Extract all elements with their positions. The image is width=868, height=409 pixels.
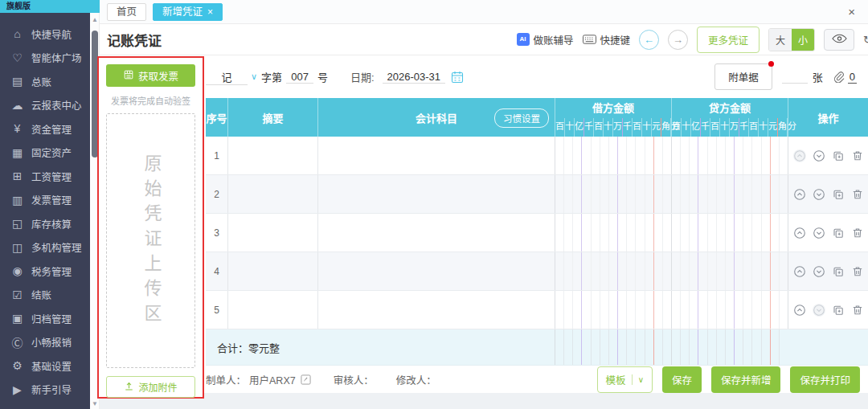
sidebar-item-org[interactable]: ◫多机构管理	[0, 236, 90, 259]
attachment-count[interactable]: 0	[848, 71, 857, 84]
credit-amount-cell[interactable]	[671, 137, 788, 174]
sidebar-item-funds[interactable]: ¥资金管理	[0, 117, 90, 140]
move-down-icon[interactable]	[813, 149, 825, 162]
insert-copy-icon[interactable]	[832, 149, 845, 162]
debit-amount-cell[interactable]	[555, 291, 671, 329]
move-up-icon[interactable]	[793, 265, 806, 278]
digit-cell	[591, 214, 600, 252]
digit-cell	[600, 329, 608, 365]
paperclip-icon[interactable]	[833, 71, 845, 83]
debit-amount-cell[interactable]	[555, 252, 671, 290]
sidebar-item-reimburse[interactable]: Ⓒ小畅报销	[0, 331, 90, 354]
voucher-type-dropdown-icon[interactable]: ∨	[251, 72, 257, 82]
title-bar: 记账凭证 AI 做账辅导 快捷键 ← → 更多凭证	[100, 24, 868, 55]
summary-cell[interactable]	[227, 175, 317, 213]
credit-amount-cell[interactable]	[671, 175, 788, 213]
move-up-icon[interactable]	[793, 149, 806, 162]
debit-amount-cell[interactable]	[555, 214, 671, 252]
account-cell[interactable]	[317, 214, 555, 252]
save-and-new-button[interactable]: 保存并新增	[711, 366, 781, 393]
digit-cell	[761, 329, 770, 365]
calendar-icon[interactable]	[451, 71, 464, 84]
eye-button[interactable]	[824, 29, 854, 51]
summary-cell[interactable]	[227, 214, 317, 252]
voucher-type-input[interactable]: 记	[206, 69, 248, 85]
back-button[interactable]: ←	[639, 30, 659, 50]
credit-amount-cell[interactable]	[671, 252, 788, 290]
move-up-icon[interactable]	[793, 227, 806, 239]
save-button[interactable]: 保存	[662, 366, 702, 393]
sidebar-item-cloud-report[interactable]: ☁云报表中心	[0, 94, 90, 117]
delete-row-icon[interactable]	[851, 265, 864, 278]
sidebar-item-fixed-assets[interactable]: ▦固定资产	[0, 141, 90, 164]
move-up-icon[interactable]	[793, 188, 806, 201]
sidebar-item-closing[interactable]: ☑结账	[0, 284, 90, 306]
template-dropdown-icon[interactable]: ∨	[638, 375, 644, 384]
account-cell[interactable]	[317, 252, 555, 290]
voucher-number-input[interactable]: 007	[286, 71, 313, 84]
insert-copy-icon[interactable]	[832, 265, 845, 278]
close-icon[interactable]: ×	[848, 5, 855, 18]
move-down-icon[interactable]	[813, 227, 825, 239]
delete-row-icon[interactable]	[851, 227, 864, 239]
tab-new-voucher[interactable]: 新增凭证 ×	[153, 3, 223, 21]
sidebar-item-home[interactable]: ⌂快捷导航	[0, 22, 90, 45]
summary-cell[interactable]	[227, 291, 317, 329]
digit-cell	[761, 175, 770, 213]
ai-coach-button[interactable]: AI 做账辅导	[517, 32, 574, 47]
account-cell[interactable]	[317, 175, 555, 213]
sidebar-item-ledger[interactable]: ▤总账	[0, 70, 90, 92]
refresh-button[interactable]: ↻ 刷新	[863, 32, 868, 47]
account-cell[interactable]	[317, 291, 555, 329]
sidebar-item-archive[interactable]: ▣归档管理	[0, 307, 90, 329]
upload-dropzone[interactable]: 原始凭证上传区	[106, 113, 195, 368]
move-down-icon[interactable]	[813, 188, 825, 201]
delete-row-icon[interactable]	[851, 304, 864, 317]
upload-icon	[124, 381, 134, 394]
move-up-icon[interactable]	[793, 304, 806, 317]
get-invoice-button[interactable]: 获取发票	[106, 64, 195, 87]
sidebar-item-tax[interactable]: ◉税务管理	[0, 260, 90, 282]
scroll-down-icon[interactable]: ▼	[90, 400, 100, 407]
sidebar-item-invoice[interactable]: ▥发票管理	[0, 189, 90, 211]
habit-settings-button[interactable]: 习惯设置	[494, 108, 549, 128]
sheet-count-input[interactable]	[782, 71, 808, 84]
move-down-icon[interactable]	[813, 265, 825, 278]
sidebar-item-inventory[interactable]: ◱库存核算	[0, 212, 90, 235]
debit-amount-cell[interactable]	[555, 137, 671, 174]
sidebar-item-payroll[interactable]: ⊞工资管理	[0, 165, 90, 187]
summary-cell[interactable]	[227, 137, 317, 174]
insert-copy-icon[interactable]	[832, 304, 845, 317]
date-input[interactable]: 2026-03-31	[383, 71, 445, 84]
credit-amount-cell[interactable]	[671, 214, 788, 252]
edit-pencil-icon[interactable]	[301, 374, 311, 385]
forward-button[interactable]: →	[668, 30, 688, 50]
hao-label: 号	[317, 69, 328, 84]
credit-amount-cell[interactable]	[671, 291, 788, 329]
scroll-up-icon[interactable]: ▲	[90, 16, 100, 23]
tax-icon: ◉	[10, 264, 24, 277]
original-voucher-panel: 获取发票 发票将完成自动验签 原始凭证上传区 添加附件	[97, 56, 204, 399]
tab-close-icon[interactable]: ×	[207, 4, 213, 20]
add-attachment-button[interactable]: 添加附件	[106, 376, 195, 398]
font-size-large-button[interactable]: 大	[769, 29, 792, 51]
insert-copy-icon[interactable]	[832, 227, 845, 239]
insert-copy-icon[interactable]	[832, 188, 845, 201]
save-and-print-button[interactable]: 保存并打印	[790, 366, 860, 393]
sidebar-item-settings[interactable]: ⚙基础设置	[0, 354, 90, 377]
summary-cell[interactable]	[227, 252, 317, 290]
hotkeys-button[interactable]: 快捷键	[583, 32, 631, 47]
account-cell[interactable]	[317, 137, 555, 174]
sidebar-item-guide[interactable]: ▶新手引导	[0, 378, 90, 401]
template-button[interactable]: 模板 ∨	[597, 366, 653, 393]
tab-home[interactable]: 首页	[107, 3, 146, 21]
font-size-small-button[interactable]: 小	[792, 29, 814, 51]
delete-row-icon[interactable]	[851, 188, 864, 201]
attach-documents-button[interactable]: 附单据	[714, 63, 772, 90]
debit-amount-cell[interactable]	[555, 175, 671, 213]
sidebar-item-heart[interactable]: ♡智能体广场	[0, 47, 90, 69]
move-down-icon[interactable]	[813, 304, 825, 317]
delete-row-icon[interactable]	[851, 149, 864, 162]
invoice-icon: ▥	[10, 194, 24, 207]
more-vouchers-button[interactable]: 更多凭证	[697, 27, 760, 53]
